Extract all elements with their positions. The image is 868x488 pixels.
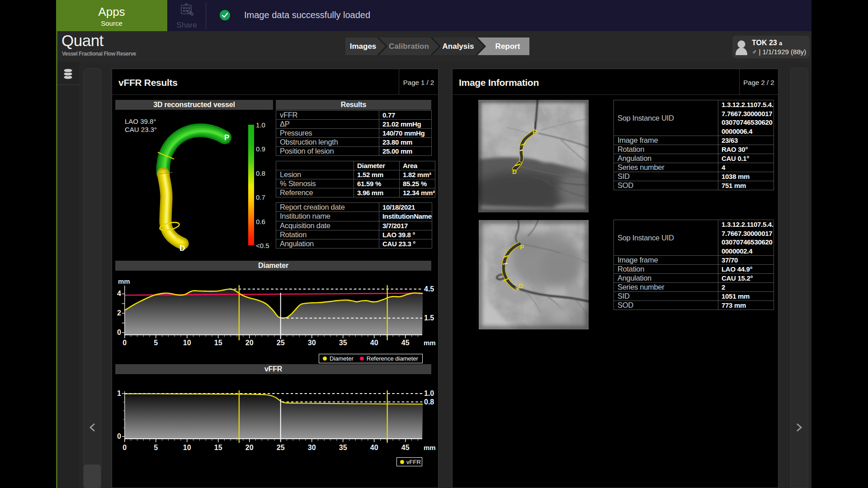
svg-text:45: 45: [401, 339, 410, 347]
svg-text:10: 10: [183, 339, 191, 347]
svg-text:1.0: 1.0: [424, 389, 434, 397]
svg-text:20: 20: [245, 339, 254, 347]
svg-text:mm: mm: [118, 277, 130, 285]
svg-text:30: 30: [308, 444, 316, 451]
svg-text:D: D: [179, 244, 185, 253]
svg-text:P: P: [533, 128, 537, 136]
svg-text:25: 25: [277, 339, 285, 347]
svg-text:0: 0: [117, 328, 121, 336]
svg-text:20: 20: [245, 444, 254, 451]
svg-text:10: 10: [183, 444, 191, 451]
svg-text:1.5: 1.5: [424, 314, 434, 322]
svg-text:40: 40: [370, 444, 378, 451]
svg-text:40: 40: [370, 339, 378, 347]
svg-text:4.5: 4.5: [424, 285, 434, 293]
svg-text:30: 30: [308, 339, 316, 347]
svg-text:5: 5: [154, 444, 158, 451]
svg-text:0: 0: [117, 432, 121, 440]
svg-text:35: 35: [339, 444, 347, 451]
svg-text:5: 5: [154, 339, 158, 347]
svg-text:45: 45: [401, 444, 410, 451]
svg-text:0: 0: [123, 339, 127, 347]
svg-text:mm: mm: [424, 444, 436, 451]
svg-text:15: 15: [214, 444, 222, 451]
svg-text:D: D: [519, 282, 523, 290]
svg-text:0.8: 0.8: [424, 398, 434, 406]
svg-text:D: D: [512, 168, 517, 175]
svg-text:35: 35: [339, 339, 347, 347]
svg-text:1: 1: [117, 389, 121, 397]
svg-text:mm: mm: [424, 339, 436, 347]
svg-text:P: P: [224, 133, 229, 142]
svg-text:2: 2: [117, 309, 121, 317]
svg-text:0: 0: [123, 444, 127, 451]
svg-text:P: P: [520, 244, 524, 251]
svg-text:15: 15: [214, 339, 222, 347]
svg-text:4: 4: [117, 290, 121, 297]
svg-text:25: 25: [277, 444, 285, 451]
